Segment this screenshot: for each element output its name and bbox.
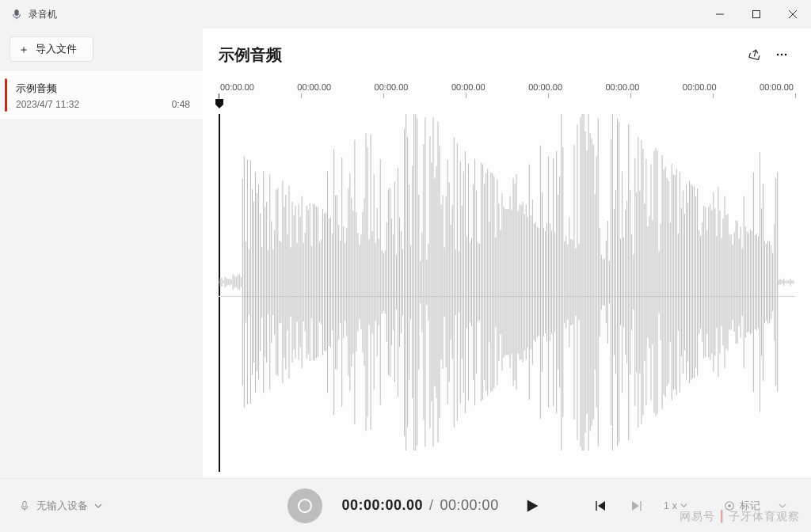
import-file-button[interactable]: ＋ 导入文件	[10, 36, 93, 62]
page-title: 示例音频	[219, 44, 282, 66]
playback-speed-selector[interactable]: 1 x	[659, 496, 692, 515]
playhead-marker-icon	[215, 98, 224, 112]
input-device-label: 无输入设备	[36, 499, 88, 513]
skip-forward-icon	[630, 500, 643, 512]
chevron-down-icon	[94, 502, 102, 510]
svg-point-7	[781, 54, 782, 55]
footer-toolbar: 无输入设备 00:00:00.00 / 00:00:00 1 x 标记 网易号┃…	[0, 478, 811, 532]
skip-back-icon	[594, 500, 607, 512]
recording-datetime: 2023/4/7 11:32	[16, 99, 79, 110]
add-marker-button[interactable]: 标记	[724, 499, 760, 513]
chevron-down-icon	[680, 502, 687, 509]
skip-back-button[interactable]	[586, 492, 615, 520]
marker-label: 标记	[740, 499, 760, 513]
recording-title: 示例音频	[16, 82, 190, 96]
recording-list-item[interactable]: 示例音频 2023/4/7 11:32 0:48	[0, 70, 203, 120]
sidebar: ＋ 导入文件 示例音频 2023/4/7 11:32 0:48	[0, 28, 203, 478]
current-time: 00:00:00.00	[341, 497, 423, 514]
waveform-icon	[219, 114, 795, 450]
timeline-label: 00:00.00	[528, 82, 562, 92]
speed-label: 1 x	[664, 500, 677, 511]
input-device-selector[interactable]: 无输入设备	[14, 496, 107, 516]
import-file-label: 导入文件	[36, 42, 77, 56]
time-separator: /	[429, 497, 434, 514]
more-icon	[775, 48, 788, 61]
timeline-label: 00:00.00	[297, 82, 331, 92]
share-icon	[748, 48, 761, 61]
recording-duration: 0:48	[172, 99, 190, 110]
record-button[interactable]	[287, 488, 322, 523]
mic-icon	[19, 500, 30, 511]
maximize-button[interactable]	[738, 2, 775, 27]
plus-icon: ＋	[18, 44, 29, 55]
timeline-label: 00:00.00	[683, 82, 717, 92]
app-title: 录音机	[29, 8, 57, 21]
timeline-ticks	[219, 93, 795, 101]
marker-dropdown-button[interactable]	[768, 492, 797, 520]
total-time: 00:00:00	[440, 497, 499, 514]
svg-point-6	[777, 54, 779, 55]
share-button[interactable]	[741, 41, 768, 68]
svg-rect-0	[14, 10, 18, 16]
svg-rect-3	[753, 11, 760, 18]
play-button[interactable]	[518, 492, 546, 520]
minimize-button[interactable]	[702, 2, 738, 27]
marker-icon	[724, 500, 735, 511]
title-bar: 录音机	[0, 0, 811, 28]
timeline-label: 00:00.00	[451, 82, 485, 92]
timeline-labels: 00:00.00 00:00.00 00:00.00 00:00.00 00:0…	[219, 82, 795, 92]
close-button[interactable]	[775, 2, 811, 27]
waveform-area[interactable]	[219, 114, 795, 478]
playhead[interactable]	[219, 101, 795, 112]
svg-point-374	[728, 504, 731, 507]
main-panel: 示例音频 00:00.00 00:00.00 00:00.00 00:00.00…	[203, 28, 811, 478]
timeline-label: 00:00.00	[760, 82, 794, 92]
svg-rect-369	[23, 501, 26, 507]
timeline-label: 00:00.00	[220, 82, 254, 92]
chevron-down-icon	[779, 502, 786, 510]
more-button[interactable]	[768, 41, 795, 68]
timeline-label: 00:00.00	[605, 82, 639, 92]
timeline-label: 00:00.00	[375, 82, 409, 92]
record-icon	[298, 499, 312, 513]
time-display: 00:00:00.00 / 00:00:00	[341, 497, 498, 514]
svg-point-8	[785, 54, 786, 55]
app-icon	[11, 9, 22, 20]
skip-forward-button[interactable]	[623, 492, 651, 520]
play-icon	[524, 498, 540, 514]
